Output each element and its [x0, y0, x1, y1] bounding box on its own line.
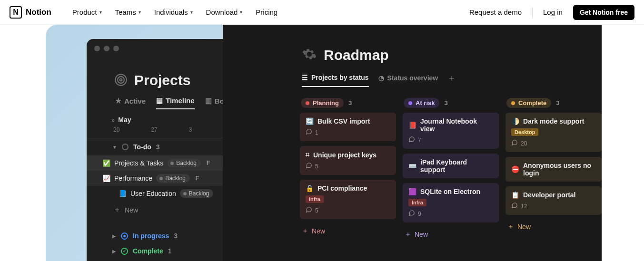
group-in-progress[interactable]: ▶ In progress 3 — [87, 227, 223, 242]
column-count: 3 — [556, 99, 559, 106]
get-notion-button[interactable]: Get Notion free — [573, 5, 634, 20]
plus-icon: ＋ — [405, 230, 411, 239]
moon-icon: 🌓 — [511, 117, 519, 125]
card[interactable]: 🟪SQLite on Electron Infra 9 — [403, 183, 499, 222]
card-title: Anonymous users no login — [523, 162, 596, 177]
list-icon: ☰ — [302, 74, 308, 81]
group-complete[interactable]: ▶ Complete 1 — [87, 242, 223, 258]
nav-download[interactable]: Download▾ — [206, 8, 243, 16]
roadmap-header: Roadmap — [223, 25, 602, 68]
dot-icon — [408, 101, 412, 105]
status-pill: Backlog — [167, 159, 201, 167]
nav-pricing[interactable]: Pricing — [256, 8, 277, 16]
card[interactable]: 📋Developer portal 12 — [505, 186, 602, 215]
card[interactable]: 🌓Dark mode support Desktop 20 — [505, 113, 602, 152]
board-icon: ▥ — [205, 97, 212, 105]
column-at-risk: At risk 3 📕Journal Notebook view 7 ⌨️iPa… — [403, 98, 499, 242]
add-view-button[interactable]: ＋ — [447, 72, 456, 88]
top-nav: N Notion Product▾ Teams▾ Individuals▾ Do… — [0, 0, 644, 25]
pie-chart-icon: ◔ — [378, 74, 384, 82]
tab-active[interactable]: ★Active — [115, 96, 146, 109]
date-label: 27 — [151, 126, 157, 133]
card[interactable]: 🔒PCI compliance Infra 5 — [300, 180, 396, 219]
status-pill-complete[interactable]: Complete — [506, 98, 551, 108]
refresh-icon: 🔄 — [306, 117, 314, 125]
comment-count: 7 — [408, 136, 493, 144]
dot-icon — [306, 101, 309, 105]
projects-title: Projects — [134, 72, 190, 88]
card[interactable]: 📕Journal Notebook view 7 — [403, 113, 499, 149]
new-task-button[interactable]: ＋ New — [87, 201, 223, 219]
column-header: Complete 3 — [505, 98, 602, 108]
card[interactable]: ⌗Unique project keys 5 — [300, 146, 396, 175]
card-title: Unique project keys — [313, 151, 376, 159]
divider — [532, 7, 533, 18]
add-card-button[interactable]: ＋New — [505, 220, 602, 234]
tab-status-overview[interactable]: ◔ Status overview — [378, 74, 438, 87]
task-row[interactable]: ✅ Projects & Tasks Backlog F — [87, 155, 223, 171]
chevron-down-icon: ▾ — [99, 10, 102, 15]
hash-icon: ⌗ — [306, 151, 309, 159]
keyboard-icon: ⌨️ — [408, 162, 416, 170]
comment-count: 5 — [306, 206, 390, 214]
card-title: SQLite on Electron — [420, 188, 480, 195]
column-planning: Planning 3 🔄Bulk CSV import 1 ⌗Unique pr… — [300, 98, 396, 242]
traffic-light-icon — [94, 46, 100, 51]
kanban-board: Planning 3 🔄Bulk CSV import 1 ⌗Unique pr… — [223, 88, 602, 242]
column-count: 3 — [348, 99, 352, 106]
nav-product[interactable]: Product▾ — [72, 8, 102, 16]
task-row[interactable]: 📘 User Education Backlog — [87, 186, 223, 201]
card[interactable]: 🔄Bulk CSV import 1 — [300, 113, 396, 141]
tab-board[interactable]: ▥Board — [205, 96, 223, 109]
card-title: Dark mode support — [523, 117, 584, 125]
double-chevron-icon: » — [111, 116, 113, 124]
chart-icon: 📈 — [102, 174, 110, 182]
status-pill-at-risk[interactable]: At risk — [404, 98, 439, 108]
gear-icon — [302, 47, 317, 64]
task-row[interactable]: 📈 Performance Backlog F — [87, 171, 223, 186]
svg-point-1 — [118, 77, 124, 83]
hero-stage: Projects ★Active ▤Timeline ▥Board » May … — [46, 25, 602, 261]
column-complete: Complete 3 🌓Dark mode support Desktop 20… — [505, 98, 602, 242]
timeline-month[interactable]: » May — [87, 109, 223, 125]
chevron-down-icon: ▾ — [190, 10, 193, 15]
roadmap-window: Roadmap ☰ Projects by status ◔ Status ov… — [223, 25, 602, 261]
nav-right: Request a demo Log in Get Notion free — [469, 5, 634, 20]
comment-icon — [306, 128, 312, 136]
tab-projects-by-status[interactable]: ☰ Projects by status — [302, 74, 369, 87]
status-pill-planning[interactable]: Planning — [301, 98, 344, 108]
assignee-letter: F — [196, 175, 199, 182]
chevron-down-icon: ▾ — [240, 10, 242, 15]
svg-point-2 — [120, 78, 122, 81]
card[interactable]: ⛔Anonymous users no login — [505, 157, 602, 182]
notion-logo-icon: N — [10, 6, 22, 19]
dot-icon — [159, 177, 163, 180]
dot-icon — [511, 101, 515, 105]
lock-icon: 🔒 — [306, 184, 314, 192]
roadmap-tabs: ☰ Projects by status ◔ Status overview ＋ — [223, 68, 602, 88]
add-card-button[interactable]: ＋New — [403, 227, 499, 242]
brand-logo[interactable]: N Notion — [10, 6, 51, 19]
tab-timeline[interactable]: ▤Timeline — [156, 96, 195, 109]
comment-count: 20 — [511, 139, 596, 147]
add-card-button[interactable]: ＋New — [300, 224, 396, 238]
date-label: 20 — [113, 126, 119, 133]
status-progress-icon — [121, 232, 128, 240]
nav-teams[interactable]: Teams▾ — [115, 8, 141, 16]
clipboard-icon: 📋 — [511, 191, 519, 199]
roadmap-title: Roadmap — [324, 47, 389, 63]
card[interactable]: ⌨️iPad Keyboard support — [403, 154, 499, 178]
status-circle-icon — [122, 144, 129, 150]
request-demo-link[interactable]: Request a demo — [469, 8, 522, 16]
database-icon: 🟪 — [408, 188, 416, 195]
tag-infra: Infra — [306, 195, 324, 203]
group-todo[interactable]: ▼ To-do 3 — [87, 138, 223, 155]
task-name: User Education — [130, 190, 176, 197]
status-pill: Backlog — [156, 174, 190, 183]
nav-individuals[interactable]: Individuals▾ — [154, 8, 193, 16]
traffic-light-icon — [104, 46, 109, 51]
card-title: Journal Notebook view — [420, 117, 493, 133]
comment-icon — [306, 162, 312, 170]
projects-view-tabs: ★Active ▤Timeline ▥Board — [87, 93, 223, 109]
login-link[interactable]: Log in — [543, 8, 563, 16]
